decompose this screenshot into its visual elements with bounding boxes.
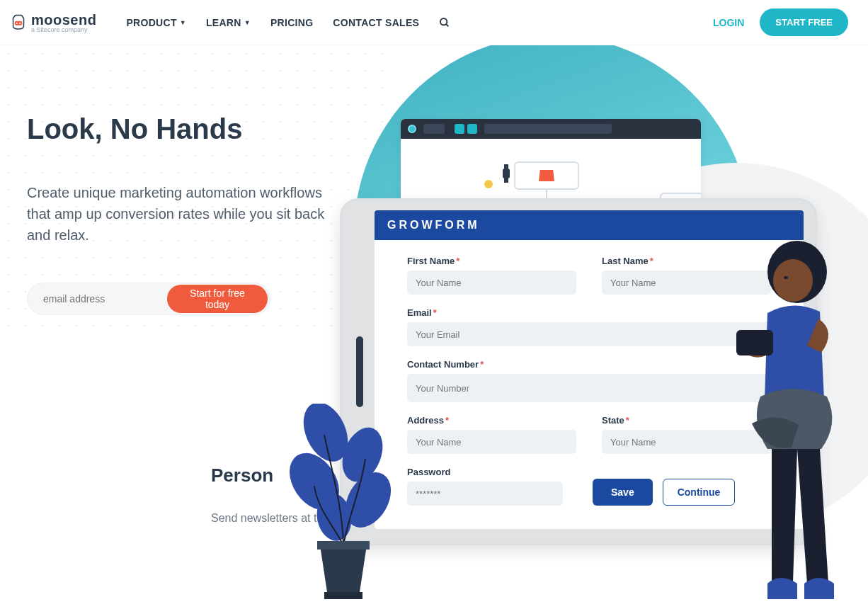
hero-body: Create unique marketing automation workf… [27, 182, 338, 246]
svg-rect-13 [317, 541, 370, 550]
svg-point-17 [784, 276, 788, 279]
illustration-toolbar [401, 119, 701, 139]
login-link[interactable]: LOGIN [713, 17, 744, 28]
required-asterisk: * [433, 307, 437, 318]
required-asterisk: * [480, 359, 484, 370]
start-free-button[interactable]: START FREE [760, 8, 848, 36]
required-asterisk: * [650, 256, 653, 266]
yellow-dot-icon [484, 180, 493, 188]
window-dot-icon [408, 125, 416, 133]
svg-rect-18 [736, 330, 773, 355]
svg-rect-5 [503, 169, 510, 178]
nav-learn[interactable]: LEARN▼ [206, 17, 251, 28]
moosend-logo-icon [10, 14, 27, 31]
toolbar-segment [467, 124, 477, 134]
search-icon[interactable] [439, 17, 450, 28]
label-text: Last Name [602, 256, 649, 266]
chevron-down-icon: ▼ [180, 19, 186, 26]
toolbar-segment [484, 124, 612, 134]
address-input[interactable] [407, 430, 576, 454]
toolbar-segment [423, 124, 445, 134]
email-input[interactable] [43, 293, 167, 304]
svg-rect-14 [324, 592, 362, 599]
plant-illustration [283, 404, 404, 609]
svg-point-1 [16, 22, 18, 23]
required-asterisk: * [626, 415, 629, 426]
svg-point-16 [773, 259, 813, 302]
nav-pricing-label: PRICING [270, 17, 313, 28]
chevron-down-icon: ▼ [244, 19, 251, 26]
logo[interactable]: moosend a Sitecore company [6, 12, 101, 33]
svg-rect-6 [504, 164, 508, 169]
svg-point-2 [19, 22, 21, 23]
svg-line-4 [446, 24, 448, 26]
hero-title: Look, No Hands [27, 113, 338, 145]
svg-rect-0 [15, 21, 23, 25]
first-name-label: First Name* [407, 256, 576, 266]
start-free-today-button[interactable]: Start for free today [167, 285, 268, 313]
tablet-home-button [356, 336, 363, 407]
required-asterisk: * [456, 256, 459, 266]
password-input[interactable] [407, 482, 563, 506]
label-text: Address [407, 415, 444, 426]
logo-text: moosend [31, 12, 96, 28]
signup-pill: Start for free today [27, 283, 270, 315]
nav-product[interactable]: PRODUCT▼ [126, 17, 186, 28]
nav-product-label: PRODUCT [126, 17, 176, 28]
save-button[interactable]: Save [593, 479, 653, 506]
form-brand: GROWFORM [375, 210, 804, 240]
svg-rect-7 [504, 178, 508, 183]
label-text: State [602, 415, 624, 426]
label-text: Contact Number [407, 359, 479, 370]
hero: Look, No Hands Create unique marketing a… [27, 113, 338, 315]
address-label: Address* [407, 415, 576, 426]
nav-contact-label: CONTACT SALES [333, 17, 419, 28]
header-right: LOGIN START FREE [713, 8, 862, 36]
nav-pricing[interactable]: PRICING [270, 17, 313, 28]
svg-point-3 [440, 18, 447, 25]
contact-number-label: Contact Number* [407, 359, 771, 370]
first-name-input[interactable] [407, 271, 576, 295]
contact-number-input[interactable] [407, 374, 771, 402]
continue-button[interactable]: Continue [663, 479, 736, 506]
primary-nav: PRODUCT▼ LEARN▼ PRICING CONTACT SALES [126, 17, 450, 28]
toolbar-segment [455, 124, 464, 134]
email-label: Email* [407, 307, 771, 318]
password-label: Password [407, 467, 563, 477]
nav-learn-label: LEARN [206, 17, 241, 28]
cart-icon [539, 170, 554, 181]
label-text: Email [407, 307, 432, 318]
required-asterisk: * [445, 415, 449, 426]
watch-icon [500, 164, 513, 184]
header: moosend a Sitecore company PRODUCT▼ LEAR… [0, 0, 868, 45]
flow-card [514, 161, 579, 190]
nav-contact[interactable]: CONTACT SALES [333, 17, 419, 28]
label-text: First Name [407, 256, 455, 266]
person-illustration [736, 239, 864, 608]
form-email-input[interactable] [407, 322, 771, 346]
logo-sub: a Sitecore company [31, 26, 96, 33]
